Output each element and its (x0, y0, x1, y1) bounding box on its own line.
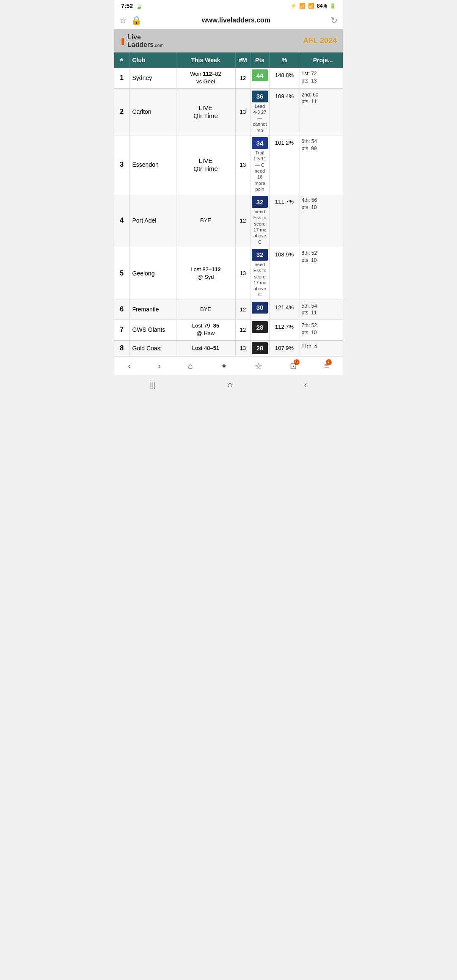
cell-rank: 3 (114, 135, 129, 194)
cell-pts: 32need Ess to score 17 mc above C (251, 194, 269, 247)
cell-matches: 12 (235, 194, 251, 247)
cell-club: Gold Coast (129, 340, 176, 356)
table-row: 3EssendonLIVEQtr Time1334Trail 1·5 11 — … (114, 135, 343, 194)
gesture-recent[interactable]: ||| (150, 380, 156, 389)
cell-proj: 6th: 54pts, 99 (300, 135, 343, 194)
forward-icon[interactable]: › (158, 361, 161, 371)
table-row: 4Port AdelBYE1232need Ess to score 17 mc… (114, 194, 343, 247)
cell-matches: 13 (235, 247, 251, 300)
cell-matches: 13 (235, 88, 251, 135)
magic-icon[interactable]: ✦ (220, 361, 228, 371)
logo: ⫾ Live Ladders.com (120, 33, 164, 48)
pts-badge: 28 (252, 321, 268, 333)
cell-matches: 12 (235, 319, 251, 340)
pts-badge: 30 (252, 302, 268, 314)
cell-pct: 107.9% (269, 340, 300, 356)
logo-com: .com (154, 43, 163, 48)
nav-menu[interactable]: ≡ • (324, 361, 329, 371)
pts-badge: 32 (252, 249, 268, 261)
table-header-row: # Club This Week #M Pts % Proje... (114, 52, 343, 68)
home-icon[interactable]: ⌂ (188, 361, 193, 371)
cell-thisweek: Won 112–82vs Geel (176, 68, 235, 88)
tab-count: 8 (294, 359, 300, 365)
cell-thisweek: BYE (176, 300, 235, 319)
cell-matches: 13 (235, 135, 251, 194)
ladder-table-wrapper: # Club This Week #M Pts % Proje... 1Sydn… (114, 52, 343, 356)
nav-magic[interactable]: ✦ (220, 361, 228, 371)
table-row: 7GWS GiantsLost 79–85@ Haw1228112.7%7th:… (114, 319, 343, 340)
table-row: 1SydneyWon 112–82vs Geel1244148.8%1st: 7… (114, 68, 343, 88)
cell-club: Port Adel (129, 194, 176, 247)
header-club: Club (129, 52, 176, 68)
back-icon[interactable]: ‹ (128, 361, 131, 371)
cell-pct: 112.7% (269, 319, 300, 340)
cell-rank: 2 (114, 88, 129, 135)
cell-pts: 28 (251, 340, 269, 356)
logo-text: Live Ladders.com (127, 33, 164, 48)
league-label: AFL 2024 (303, 36, 337, 45)
pts-badge: 28 (252, 342, 268, 354)
site-header: ⫾ Live Ladders.com AFL 2024 (114, 29, 343, 52)
battery-icon: 🔋 (330, 3, 336, 9)
leaf-icon: 🍃 (135, 3, 143, 9)
ladder-table: # Club This Week #M Pts % Proje... 1Sydn… (114, 52, 343, 356)
cell-thisweek: Lost 82–112@ Syd (176, 247, 235, 300)
signal-icon: 📶 (308, 3, 314, 9)
bookmark-icon[interactable]: ☆ (119, 15, 127, 25)
table-row: 8Gold CoastLost 48–511328107.9%11th: 4 (114, 340, 343, 356)
cell-matches: 12 (235, 68, 251, 88)
table-row: 2CarltonLIVEQtr Time1336Lead 4·3 27 — ca… (114, 88, 343, 135)
gesture-home[interactable]: ○ (227, 380, 233, 391)
cell-pct: 109.4% (269, 88, 300, 135)
cell-thisweek: LIVEQtr Time (176, 135, 235, 194)
cell-rank: 1 (114, 68, 129, 88)
cell-thisweek: BYE (176, 194, 235, 247)
header-matches: #M (235, 52, 251, 68)
nav-forward[interactable]: › (158, 361, 161, 371)
cell-thisweek: LIVEQtr Time (176, 88, 235, 135)
cell-club: GWS Giants (129, 319, 176, 340)
cell-pct: 111.7% (269, 194, 300, 247)
cell-rank: 5 (114, 247, 129, 300)
header-pts: Pts (251, 52, 269, 68)
cell-thisweek: Lost 79–85@ Haw (176, 319, 235, 340)
nav-bookmark[interactable]: ☆ (255, 361, 262, 371)
cell-rank: 8 (114, 340, 129, 356)
cell-pts: 30 (251, 300, 269, 319)
cell-pct: 121.4% (269, 300, 300, 319)
wifi-icon: 📶 (299, 3, 306, 9)
pts-badge: 36 (252, 91, 268, 102)
time-display: 7:52 (121, 3, 133, 9)
pts-badge: 32 (252, 196, 268, 208)
reload-icon[interactable]: ↻ (330, 15, 338, 25)
cell-proj: 5th: 54pts, 11 (300, 300, 343, 319)
cell-pts: 44 (251, 68, 269, 88)
gesture-back[interactable]: ‹ (304, 380, 307, 391)
nav-back[interactable]: ‹ (128, 361, 131, 371)
cell-pts: 36Lead 4·3 27 — cannot mo (251, 88, 269, 135)
status-icons: ⚡ 📶 📶 84% 🔋 (290, 3, 336, 9)
header-pct: % (269, 52, 300, 68)
url-display[interactable]: www.liveladders.com (146, 17, 326, 24)
lock-icon: 🔒 (131, 15, 142, 25)
cell-pct: 108.9% (269, 247, 300, 300)
cell-proj: 4th: 56pts, 10 (300, 194, 343, 247)
cell-club: Sydney (129, 68, 176, 88)
cell-rank: 6 (114, 300, 129, 319)
logo-live: Live (127, 33, 164, 41)
table-row: 5GeelongLost 82–112@ Syd1332need Ess to … (114, 247, 343, 300)
cell-pts: 28 (251, 319, 269, 340)
bluetooth-icon: ⚡ (290, 3, 297, 9)
battery-display: 84% (317, 3, 327, 9)
pts-badge: 34 (252, 137, 268, 149)
star-icon[interactable]: ☆ (255, 361, 262, 371)
nav-tabs[interactable]: ⊡ 8 (290, 361, 297, 371)
cell-proj: 2nd: 60pts, 11 (300, 88, 343, 135)
cell-pts: 34Trail 1·5 11 — C need 16 more poin (251, 135, 269, 194)
nav-home[interactable]: ⌂ (188, 361, 193, 371)
cell-club: Fremantle (129, 300, 176, 319)
cell-matches: 13 (235, 340, 251, 356)
cell-thisweek: Lost 48–51 (176, 340, 235, 356)
cell-proj: 11th: 4 (300, 340, 343, 356)
browser-bar: ☆ 🔒 www.liveladders.com ↻ (114, 12, 343, 29)
